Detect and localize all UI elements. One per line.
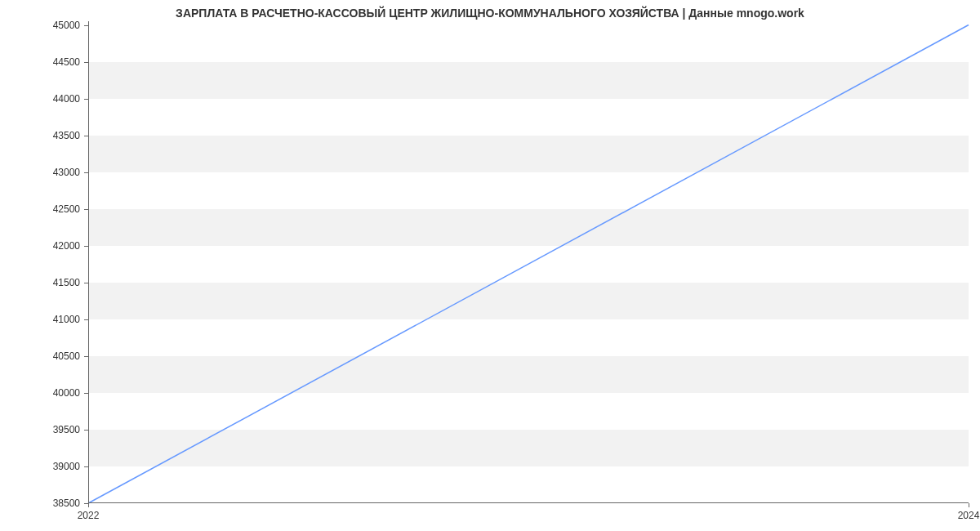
y-tick-label: 40000: [53, 387, 80, 399]
y-tick-label: 43000: [53, 167, 80, 178]
y-tick-mark: [84, 99, 88, 100]
y-tick-label: 41500: [53, 277, 80, 288]
plot-area: 3850039000395004000040500410004150042000…: [88, 21, 969, 503]
y-tick-label: 44500: [53, 56, 80, 68]
x-axis: [88, 502, 969, 503]
y-tick-mark: [84, 430, 88, 431]
line-layer: [88, 21, 969, 503]
y-tick-label: 39500: [53, 424, 80, 435]
y-tick-label: 44000: [53, 93, 80, 105]
y-tick-label: 45000: [53, 20, 80, 31]
y-tick-label: 43500: [53, 130, 80, 141]
y-tick-mark: [84, 62, 88, 63]
y-tick-mark: [84, 172, 88, 173]
y-tick-mark: [84, 246, 88, 247]
y-tick-label: 38500: [53, 498, 80, 509]
data-line: [88, 25, 969, 503]
y-tick-mark: [84, 466, 88, 467]
x-tick-mark: [88, 503, 89, 507]
x-tick-label: 2024: [958, 510, 980, 521]
y-tick-label: 42500: [53, 203, 80, 215]
y-tick-mark: [84, 393, 88, 394]
y-tick-mark: [84, 209, 88, 210]
y-tick-mark: [84, 356, 88, 357]
y-tick-label: 40500: [53, 350, 80, 362]
x-tick-mark: [969, 503, 969, 507]
y-tick-mark: [84, 25, 88, 26]
chart-title: ЗАРПЛАТА В РАСЧЕТНО-КАССОВЫЙ ЦЕНТР ЖИЛИЩ…: [0, 7, 980, 20]
chart-container: ЗАРПЛАТА В РАСЧЕТНО-КАССОВЫЙ ЦЕНТР ЖИЛИЩ…: [0, 0, 980, 531]
y-tick-mark: [84, 136, 88, 136]
y-tick-mark: [84, 283, 88, 283]
y-tick-mark: [84, 319, 88, 320]
y-tick-label: 39000: [53, 461, 80, 472]
y-tick-label: 42000: [53, 240, 80, 252]
x-tick-label: 2022: [78, 510, 100, 521]
y-tick-label: 41000: [53, 314, 80, 325]
y-axis: [88, 21, 89, 503]
